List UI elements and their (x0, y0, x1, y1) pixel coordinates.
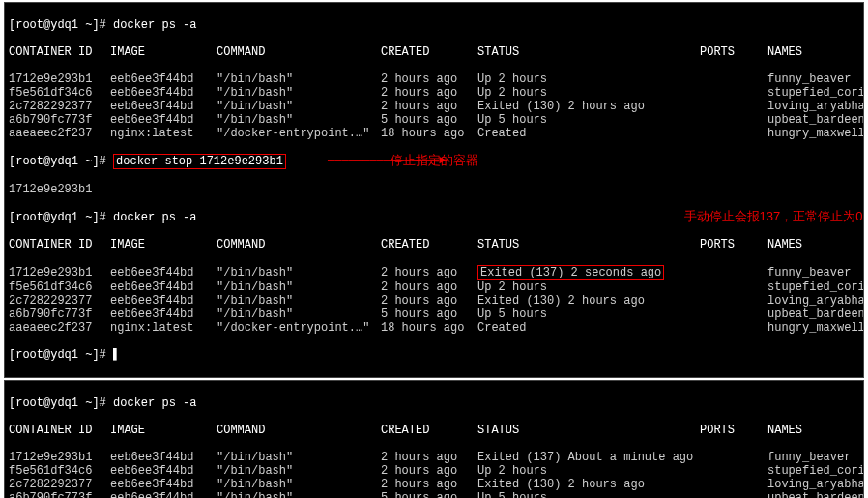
cursor-icon: ▌ (113, 348, 120, 362)
table-row: aaeaeec2f237nginx:latest"/docker-entrypo… (9, 321, 859, 335)
table-row: 2c7282292377eeb6ee3f44bd"/bin/bash"2 hou… (9, 478, 859, 491)
command-ps: docker ps -a (113, 18, 196, 32)
prompt: [root@ydq1 ~]# (9, 211, 106, 224)
status-highlight: Exited (137) 2 seconds ago (477, 265, 664, 280)
table-row: a6b790fc773feeb6ee3f44bd"/bin/bash"5 hou… (9, 308, 859, 321)
command-ps: docker ps -a (113, 211, 196, 224)
table-row: aaeaeec2f237nginx:latest"/docker-entrypo… (9, 127, 859, 140)
table-row: f5e561df34c6eeb6ee3f44bd"/bin/bash"2 hou… (9, 280, 859, 294)
table-row: a6b790fc773feeb6ee3f44bd"/bin/bash"5 hou… (9, 491, 859, 498)
docker-ps-header: CONTAINER IDIMAGECOMMANDCREATEDSTATUSPOR… (9, 45, 859, 59)
table-row: 2c7282292377eeb6ee3f44bd"/bin/bash"2 hou… (9, 100, 859, 113)
table-row: 1712e9e293b1eeb6ee3f44bd"/bin/bash"2 hou… (9, 451, 859, 464)
command-ps: docker ps -a (113, 396, 196, 410)
table-row: a6b790fc773feeb6ee3f44bd"/bin/bash"5 hou… (9, 113, 859, 127)
docker-ps-header: CONTAINER IDIMAGECOMMANDCREATEDSTATUSPOR… (9, 424, 859, 437)
prompt: [root@ydq1 ~]# (9, 18, 106, 32)
table-row: f5e561df34c6eeb6ee3f44bd"/bin/bash"2 hou… (9, 86, 859, 100)
terminal-block-lower: [root@ydq1 ~]# docker ps -a CONTAINER ID… (0, 380, 868, 498)
table-row: 2c7282292377eeb6ee3f44bd"/bin/bash"2 hou… (9, 294, 859, 308)
table-row: f5e561df34c6eeb6ee3f44bd"/bin/bash"2 hou… (9, 464, 859, 478)
command-docker-stop: docker stop 1712e9e293b1 (113, 154, 286, 169)
prompt: [root@ydq1 ~]# (9, 348, 106, 362)
docker-ps-header: CONTAINER IDIMAGECOMMANDCREATEDSTATUSPOR… (9, 238, 859, 251)
annot-exit137: 手动停止会报137，正常停止为0 (684, 209, 863, 223)
terminal-2[interactable]: [root@ydq1 ~]# docker ps -a CONTAINER ID… (4, 380, 864, 498)
terminal-1[interactable]: [root@ydq1 ~]# docker ps -a CONTAINER ID… (4, 2, 864, 378)
prompt: [root@ydq1 ~]# (9, 155, 106, 168)
annot-stop-label: 停止指定的容器 (391, 153, 478, 167)
terminal-block-upper: [root@ydq1 ~]# docker ps -a CONTAINER ID… (0, 2, 868, 378)
table-row: 1712e9e293b1eeb6ee3f44bd"/bin/bash"2 hou… (9, 73, 859, 86)
stop-output: 1712e9e293b1 (9, 183, 859, 196)
prompt: [root@ydq1 ~]# (9, 396, 106, 410)
table-row: 1712e9e293b1eeb6ee3f44bd"/bin/bash"2 hou… (9, 265, 859, 280)
